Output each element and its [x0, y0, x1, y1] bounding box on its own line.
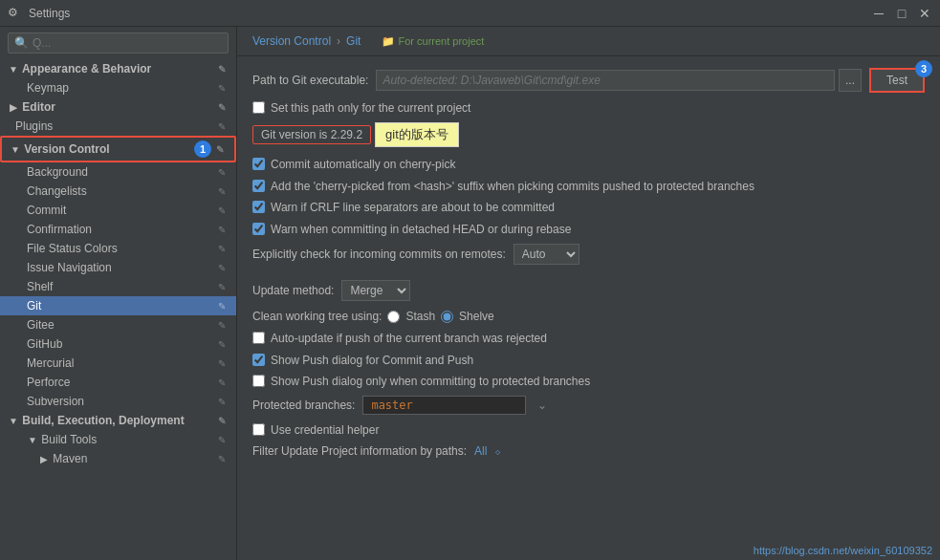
version-tooltip: git的版本号 [375, 122, 459, 147]
clean-tree-row: Clean working tree using: Stash Shelve [252, 309, 925, 325]
edit-icon: ✎ [215, 280, 229, 293]
window-title: Settings [29, 7, 70, 20]
checkbox-cherry-picked-suffix: Add the 'cherry-picked from <hash>' suff… [252, 179, 925, 195]
close-button[interactable]: ✕ [917, 6, 932, 21]
path-row: Path to Git executable: ... Test 3 [252, 68, 925, 93]
edit-icon: ✎ [215, 356, 229, 370]
shelve-radio[interactable] [441, 311, 453, 323]
sidebar-item-plugins[interactable]: Plugins ✎ [0, 117, 236, 136]
breadcrumb-version-control[interactable]: Version Control [252, 34, 331, 48]
stash-radio[interactable] [387, 311, 400, 323]
edit-icon: ✎ [215, 433, 229, 446]
sidebar-item-maven[interactable]: ▶ Maven ✎ [0, 449, 236, 468]
checkbox-auto-update: Auto-update if push of the current branc… [252, 331, 925, 347]
breadcrumb: Version Control › Git 📁 For current proj… [237, 27, 940, 56]
edit-icon: ✎ [213, 142, 227, 156]
shelve-label: Shelve [459, 309, 494, 325]
incoming-label: Explicitly check for incoming commits on… [252, 248, 506, 261]
sidebar-item-commit[interactable]: Commit ✎ [0, 201, 236, 220]
app-icon: ⚙ [8, 6, 23, 21]
update-method-row: Update method: Merge Rebase [252, 280, 925, 301]
sidebar-item-shelf[interactable]: Shelf ✎ [0, 277, 236, 296]
incoming-row: Explicitly check for incoming commits on… [252, 244, 925, 265]
sidebar-item-changelists[interactable]: Changelists ✎ [0, 182, 236, 201]
expand-icon[interactable]: ⌄ [537, 398, 547, 412]
crlf-checkbox[interactable] [252, 201, 265, 213]
sidebar-item-file-status-colors[interactable]: File Status Colors ✎ [0, 239, 236, 258]
sidebar-item-github[interactable]: GitHub ✎ [0, 334, 236, 354]
test-badge: 3 [915, 60, 932, 77]
incoming-select[interactable]: Auto Always Never [514, 244, 579, 265]
cherry-pick-label: Commit automatically on cherry-pick [271, 157, 455, 173]
protected-branches-row: Protected branches: ⌄ [252, 396, 925, 415]
version-badge: Git version is 2.29.2 [252, 125, 371, 144]
filter-arrow[interactable]: ⬦ [494, 444, 501, 458]
show-push-dialog-checkbox[interactable] [252, 354, 265, 366]
sidebar-item-mercurial[interactable]: Mercurial ✎ [0, 354, 236, 373]
filter-value[interactable]: All [474, 444, 487, 458]
main-content: 🔍 ▼ Appearance & Behavior ✎ Keymap ✎ ▶ E… [0, 27, 940, 560]
sidebar-item-build-tools[interactable]: ▼ Build Tools ✎ [0, 430, 236, 449]
show-push-dialog-label: Show Push dialog for Commit and Push [271, 353, 473, 369]
sidebar-item-perforce[interactable]: Perforce ✎ [0, 373, 236, 392]
settings-body: Path to Git executable: ... Test 3 Set t… [237, 56, 940, 541]
edit-icon: ✎ [215, 395, 229, 408]
credential-helper-checkbox[interactable] [252, 423, 265, 436]
sidebar-item-appearance[interactable]: ▼ Appearance & Behavior ✎ [0, 59, 236, 78]
chevron-down-icon: ▼ [27, 435, 38, 445]
minimize-button[interactable]: ─ [871, 6, 886, 21]
clean-tree-label: Clean working tree using: [252, 310, 382, 323]
edit-icon: ✎ [215, 62, 229, 75]
titlebar: ⚙ Settings ─ □ ✕ [0, 0, 940, 27]
sidebar-item-issue-navigation[interactable]: Issue Navigation ✎ [0, 258, 236, 277]
search-input[interactable] [33, 36, 222, 50]
window-controls: ─ □ ✕ [871, 6, 932, 21]
sidebar-item-subversion[interactable]: Subversion ✎ [0, 392, 236, 411]
auto-update-label: Auto-update if push of the current branc… [271, 331, 547, 347]
settings-window: ⚙ Settings ─ □ ✕ 🔍 ▼ Appearance & Behavi… [0, 0, 940, 560]
edit-icon: ✎ [215, 119, 229, 133]
search-box[interactable]: 🔍 [8, 32, 229, 54]
edit-icon: ✎ [215, 81, 229, 95]
path-label: Path to Git executable: [252, 74, 368, 87]
sidebar-item-version-control[interactable]: ▼ Version Control 1 ✎ [0, 136, 236, 162]
path-input[interactable] [376, 70, 835, 91]
checkbox-show-push-protected: Show Push dialog only when committing to… [252, 374, 925, 390]
cherry-pick-checkbox[interactable] [252, 158, 265, 170]
cherry-picked-suffix-checkbox[interactable] [252, 180, 265, 192]
filter-row: Filter Update Project information by pat… [252, 444, 925, 458]
sidebar-item-confirmation[interactable]: Confirmation ✎ [0, 220, 236, 239]
update-method-select[interactable]: Merge Rebase [341, 280, 410, 301]
browse-button[interactable]: ... [839, 69, 862, 92]
cherry-picked-suffix-label: Add the 'cherry-picked from <hash>' suff… [271, 179, 754, 195]
folder-icon: 📁 [382, 35, 395, 47]
auto-update-checkbox[interactable] [252, 332, 265, 344]
footer: https://blog.csdn.net/weixin_60109352 [237, 541, 940, 560]
sidebar-item-gitee[interactable]: Gitee ✎ [0, 315, 236, 334]
search-icon: 🔍 [14, 36, 29, 50]
protected-branches-label: Protected branches: [252, 398, 355, 412]
chevron-right-icon: ▶ [8, 102, 19, 113]
edit-icon: ✎ [215, 204, 229, 217]
sidebar-item-editor[interactable]: ▶ Editor ✎ [0, 97, 236, 117]
crlf-label: Warn if CRLF line separators are about t… [271, 200, 555, 216]
checkbox-credential-helper: Use credential helper [252, 422, 925, 439]
sidebar-item-git[interactable]: Git ✎ [0, 296, 236, 315]
chevron-down-icon: ▼ [8, 64, 19, 75]
content-panel: Version Control › Git 📁 For current proj… [237, 27, 940, 560]
sidebar-item-build-execution[interactable]: ▼ Build, Execution, Deployment ✎ [0, 411, 236, 430]
protected-branches-input[interactable] [362, 396, 526, 415]
edit-icon: ✎ [215, 318, 229, 332]
show-push-protected-checkbox[interactable] [252, 375, 265, 387]
sidebar-item-background[interactable]: Background ✎ [0, 162, 236, 182]
stash-label: Stash [405, 309, 435, 325]
chevron-right-icon: ▶ [38, 454, 50, 464]
sidebar-item-keymap[interactable]: Keymap ✎ [0, 78, 236, 97]
checkbox-show-push-dialog: Show Push dialog for Commit and Push [252, 353, 925, 369]
maximize-button[interactable]: □ [894, 6, 909, 21]
version-control-badge: 1 [194, 140, 211, 158]
breadcrumb-git[interactable]: Git [346, 34, 361, 48]
set-path-checkbox[interactable] [252, 101, 265, 114]
detached-checkbox[interactable] [252, 223, 265, 235]
chevron-down-icon: ▼ [8, 416, 19, 426]
